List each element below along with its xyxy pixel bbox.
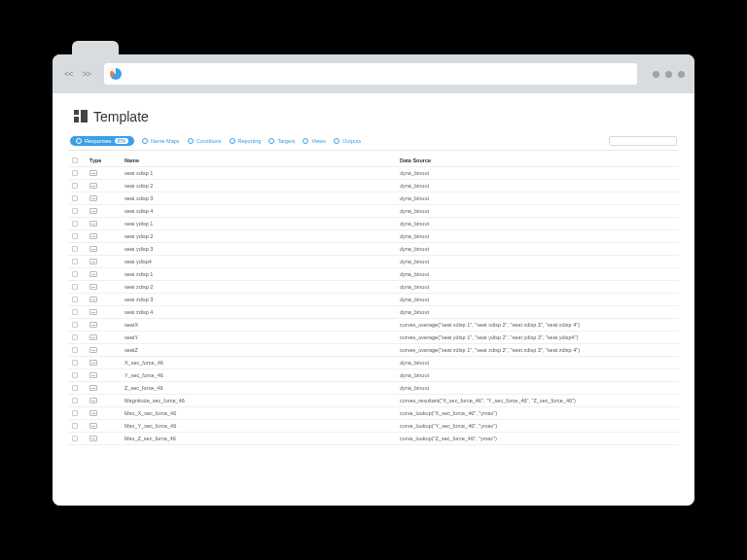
- row-type-icon: [89, 309, 97, 315]
- table-row[interactable]: Max_Z_sec_force_46curve_lookup("Z_sec_fo…: [68, 433, 679, 445]
- tab-ring-icon: [76, 138, 82, 144]
- row-checkbox[interactable]: [72, 398, 78, 403]
- tab-conditions[interactable]: Conditions: [188, 138, 222, 144]
- row-data-source: dyna_binout: [400, 360, 675, 366]
- table-row[interactable]: Z_sec_force_46dyna_binout: [68, 382, 679, 395]
- tab-responses[interactable]: Responses 274: [70, 136, 134, 146]
- row-checkbox[interactable]: [72, 284, 78, 290]
- window-controls[interactable]: [653, 71, 685, 78]
- tab-ring-icon: [230, 138, 235, 144]
- row-type-icon: [89, 221, 97, 227]
- row-name: seat xdisp 1: [124, 170, 400, 176]
- tab-outputs[interactable]: Outputs: [334, 138, 361, 144]
- table-row[interactable]: Y_sec_force_46dyna_binout: [68, 369, 679, 382]
- table-row[interactable]: Magnitude_sec_force_46curves_resultant("…: [68, 395, 679, 407]
- row-checkbox[interactable]: [72, 271, 78, 277]
- tab-reporting[interactable]: Reporting: [230, 138, 262, 144]
- window-dot[interactable]: [653, 71, 659, 78]
- back-button[interactable]: <<: [62, 69, 75, 79]
- row-data-source: curves_overage("seat xdisp 1", "seat xdi…: [400, 322, 675, 328]
- window-dot[interactable]: [665, 71, 672, 78]
- page-header: Template: [74, 109, 675, 124]
- row-type-icon: [89, 195, 97, 201]
- row-type-icon: [89, 360, 97, 366]
- row-type-icon: [89, 297, 97, 302]
- row-type-icon: [89, 284, 97, 290]
- row-checkbox[interactable]: [72, 259, 78, 264]
- tab-targets[interactable]: Targets: [268, 138, 295, 144]
- row-checkbox[interactable]: [72, 322, 78, 328]
- tab-label: Conditions: [196, 138, 222, 144]
- table-row[interactable]: seat zdisp 3dyna_binout: [68, 294, 679, 306]
- row-data-source: dyna_binout: [400, 221, 675, 227]
- row-checkbox[interactable]: [72, 334, 78, 340]
- row-type-icon: [89, 259, 97, 264]
- row-name: seat xdisp 4: [124, 208, 400, 214]
- row-name: seat ydisp 1: [124, 221, 400, 227]
- row-data-source: dyna_binout: [400, 183, 675, 189]
- tab-views[interactable]: Views: [302, 138, 326, 144]
- tab-ring-icon: [188, 138, 194, 144]
- row-checkbox[interactable]: [72, 347, 78, 353]
- row-name: seat ydisp 2: [124, 233, 400, 239]
- row-data-source: dyna_binout: [400, 309, 675, 315]
- select-all-checkbox[interactable]: [72, 158, 78, 163]
- row-checkbox[interactable]: [72, 385, 78, 391]
- row-checkbox[interactable]: [72, 297, 78, 302]
- table-row[interactable]: seat xdisp 2dyna_binout: [68, 180, 679, 192]
- tab-badge: 274: [115, 138, 128, 144]
- row-type-icon: [89, 347, 97, 353]
- row-type-icon: [89, 233, 97, 239]
- table-row[interactable]: seat zdisp 4dyna_binout: [68, 306, 679, 319]
- page-title: Template: [93, 109, 149, 124]
- browser-tab[interactable]: [72, 41, 119, 56]
- table-row[interactable]: seatZcurves_overage("seat zdisp 1", "sea…: [68, 344, 679, 357]
- row-checkbox[interactable]: [72, 195, 78, 201]
- table-row[interactable]: X_sec_force_46dyna_binout: [68, 357, 679, 369]
- row-checkbox[interactable]: [72, 246, 78, 252]
- table-row[interactable]: Max_X_sec_force_46curve_lookup("X_sec_fo…: [68, 407, 679, 420]
- row-type-icon: [89, 183, 97, 189]
- row-checkbox[interactable]: [72, 183, 78, 189]
- row-checkbox[interactable]: [72, 410, 78, 416]
- row-data-source: curve_lookup("Y_sec_force_46", "ymax"): [400, 423, 675, 429]
- table-row[interactable]: seat xdisp 3dyna_binout: [68, 192, 679, 205]
- row-checkbox[interactable]: [72, 170, 78, 176]
- browser-chrome: << >>: [53, 54, 694, 93]
- row-name: Y_sec_force_46: [124, 372, 400, 378]
- row-name: Max_Z_sec_force_46: [124, 436, 400, 441]
- table-row[interactable]: seat zdisp 2dyna_binout: [68, 281, 679, 294]
- row-name: seatZ: [124, 347, 400, 353]
- forward-button[interactable]: >>: [81, 69, 93, 79]
- table-row[interactable]: seat xdisp 1dyna_binout: [68, 167, 679, 180]
- row-name: seat zdisp 3: [124, 297, 400, 302]
- table-row[interactable]: seat ydisp4dyna_binout: [68, 256, 679, 268]
- table-row[interactable]: seatXcurves_overage("seat xdisp 1", "sea…: [68, 319, 679, 332]
- row-data-source: curves_resultant("X_sec_force_46", "Y_se…: [400, 398, 675, 403]
- table-row[interactable]: Max_Y_sec_force_46curve_lookup("Y_sec_fo…: [68, 420, 679, 433]
- row-checkbox[interactable]: [72, 233, 78, 239]
- row-type-icon: [89, 208, 97, 214]
- table-row[interactable]: seat xdisp 4dyna_binout: [68, 205, 679, 218]
- row-checkbox[interactable]: [72, 208, 78, 214]
- tab-name-maps[interactable]: Name Maps: [142, 138, 180, 144]
- row-checkbox[interactable]: [72, 360, 78, 366]
- row-checkbox[interactable]: [72, 372, 78, 378]
- responses-table: Type Name Data Source seat xdisp 1dyna_b…: [68, 155, 679, 445]
- address-bar[interactable]: [104, 63, 637, 85]
- row-checkbox[interactable]: [72, 309, 78, 315]
- row-checkbox[interactable]: [72, 436, 78, 441]
- table-row[interactable]: seat zdisp 1dyna_binout: [68, 268, 679, 281]
- row-name: seat ydisp4: [124, 259, 400, 264]
- table-row[interactable]: seat ydisp 1dyna_binout: [68, 218, 679, 230]
- template-icon: [74, 110, 88, 123]
- search-input[interactable]: [609, 136, 677, 146]
- row-data-source: dyna_binout: [400, 297, 675, 302]
- table-row[interactable]: seat ydisp 2dyna_binout: [68, 230, 679, 243]
- window-dot[interactable]: [678, 71, 685, 78]
- table-row[interactable]: seat ydisp 3dyna_binout: [68, 243, 679, 256]
- table-row[interactable]: seatYcurves_overage("seat ydisp 1", "sea…: [68, 332, 679, 344]
- row-checkbox[interactable]: [72, 221, 78, 227]
- row-name: seat zdisp 4: [124, 309, 400, 315]
- row-checkbox[interactable]: [72, 423, 78, 429]
